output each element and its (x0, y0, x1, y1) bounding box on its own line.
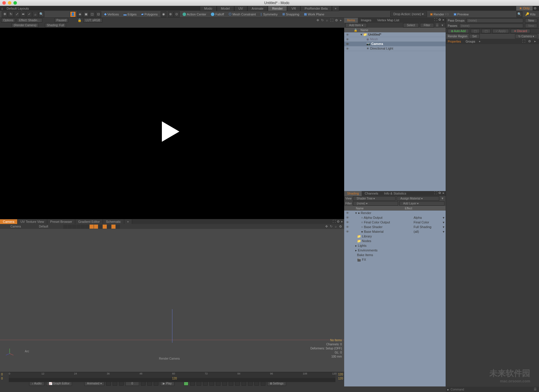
select-tool-icon[interactable]: ✓ (26, 11, 32, 17)
pivot-icon[interactable]: ⊕ (168, 11, 174, 17)
play-icon[interactable] (162, 121, 179, 142)
home-icon[interactable]: ⌂ (1, 7, 3, 10)
gear-icon[interactable]: ✿ (527, 39, 531, 43)
filter-icon[interactable]: ▼ (440, 197, 444, 201)
gear-icon[interactable]: ✿ (338, 225, 342, 229)
edges-button[interactable]: ▬Edges (122, 13, 138, 16)
vertices-button[interactable]: ◆Vertices (102, 12, 120, 16)
tab-shading[interactable]: Shading (344, 191, 362, 196)
tab-animate[interactable]: Animate (247, 6, 268, 11)
region-camera-dropdown[interactable]: ↻ Camera ▾ (515, 34, 537, 38)
gear-icon[interactable]: ✿ (334, 18, 338, 22)
wireframe-icon[interactable] (63, 225, 67, 229)
options-icon[interactable]: ▾ (440, 23, 444, 27)
tab-uv-texture[interactable]: UV Texture View (18, 219, 47, 224)
list-icon[interactable]: ☰ (435, 23, 439, 27)
tab-vertex-map[interactable]: Vertex Map List (374, 18, 402, 23)
arrow-icon[interactable]: ▸ (442, 191, 446, 195)
advanced-icon[interactable] (85, 225, 89, 229)
vert-mode-icon[interactable]: ⊡ (95, 11, 101, 17)
mode6-icon[interactable] (111, 225, 116, 229)
tab-prorender[interactable]: ProRender Beta (300, 6, 332, 11)
expand-icon[interactable]: ⛶ (433, 18, 438, 22)
item-list[interactable]: 👁 + 🔒 Name 👁 ▾ 📁 Untitled* 👁 ◉ Mesh 👁 📷 … (344, 28, 446, 191)
item-row-mesh[interactable]: 👁 ◉ Mesh (344, 37, 446, 42)
tab-camera[interactable]: Camera (0, 219, 18, 224)
tab-images[interactable]: Images (358, 18, 374, 23)
mode1-icon[interactable] (90, 225, 94, 229)
edge-mode-icon[interactable]: ◫ (89, 11, 95, 17)
item-mode-icon[interactable]: 👤 (70, 11, 76, 17)
pass-groups-dropdown[interactable]: (none) (466, 18, 523, 23)
mode4-icon[interactable] (103, 225, 107, 229)
lut-dropdown[interactable]: LUT: sRGB (83, 18, 102, 22)
kits-button[interactable]: 🔑Kits (524, 12, 537, 16)
pan-icon[interactable]: ✥ (316, 18, 320, 22)
move-tool-icon[interactable]: ✥ (2, 11, 8, 17)
lasso-tool-icon[interactable]: ⌕ (32, 11, 38, 17)
shader-tree-list[interactable]: Name Effect 👁▾ ● Render 👁○ Alpha OutputA… (344, 206, 446, 386)
tab-channels[interactable]: Channels (362, 191, 381, 196)
default-label[interactable]: Default (30, 225, 57, 228)
shading-dropdown[interactable]: Shading: Full (45, 23, 66, 27)
cmd-history-icon[interactable]: ☰ (533, 387, 537, 391)
mode5-icon[interactable] (107, 225, 111, 229)
mode7-icon[interactable] (116, 225, 120, 229)
pan-icon[interactable]: ✥ (324, 225, 328, 229)
timeline[interactable]: 0 12 24 36 48 60 72 84 96 108 120 0 120 … (0, 372, 344, 380)
orbit-icon[interactable]: ↻ (329, 225, 333, 229)
settings-icon[interactable]: ✿ (534, 6, 538, 10)
arrow-icon[interactable]: ▸ (533, 39, 537, 43)
tab-modo[interactable]: Modo (200, 6, 217, 11)
light-icon[interactable] (76, 225, 80, 229)
shaded-icon[interactable] (68, 225, 72, 229)
fit-icon[interactable]: ⛶ (330, 18, 334, 22)
add-prop-tab[interactable]: + (479, 40, 480, 43)
gear-icon[interactable]: ✿ (438, 18, 442, 22)
symmetry-button[interactable]: ⦚Symmetry (259, 13, 279, 16)
falloff-dropdown[interactable]: Falloff (209, 13, 226, 16)
arrow-icon[interactable]: ▸ (339, 18, 343, 22)
work-plane-button[interactable]: ▦Work Plane (302, 12, 326, 16)
passes-dropdown[interactable]: (none) (459, 24, 523, 28)
close-window-icon[interactable] (2, 1, 6, 5)
lock-icon[interactable]: 🔒 (78, 18, 82, 22)
zoom-icon[interactable]: ⌕ (334, 225, 338, 229)
poly-mode-icon[interactable]: ▣ (83, 11, 89, 17)
preview-button[interactable]: ▣Preview (452, 12, 470, 16)
tab-render[interactable]: Render (268, 6, 287, 11)
camera-viewport[interactable]: Camera Default (0, 224, 344, 372)
material-mode-icon[interactable]: ◉ (161, 11, 167, 17)
mesh-mode-icon[interactable]: ◈ (77, 11, 83, 17)
command-bar[interactable]: ▸ Command ☰ (446, 387, 539, 392)
orbit-icon[interactable]: ↻ (320, 18, 324, 22)
select-button[interactable]: Select (403, 23, 419, 27)
render-button[interactable]: ▣Render F9 (428, 12, 451, 16)
gear-icon[interactable]: ✿ (336, 220, 340, 224)
render-preview-viewport[interactable]: Options Effect: Shadin… Paused 🔒 LUT: sR… (0, 18, 344, 219)
minimize-window-icon[interactable] (8, 1, 11, 5)
tab-vr[interactable]: VR (287, 6, 300, 11)
expand-icon[interactable]: ⛶ (433, 191, 438, 195)
expand-icon[interactable]: ⛶ (522, 39, 526, 43)
snapping-button[interactable]: ⊞Snapping (281, 12, 301, 16)
tab-info-stats[interactable]: Info & Statistics (381, 191, 409, 196)
tab-schematic[interactable]: Schematic (103, 219, 124, 224)
only-button[interactable]: ★ Only (516, 6, 533, 10)
reflect-icon[interactable] (81, 225, 85, 229)
tab-add-view[interactable]: + (124, 219, 132, 224)
arrow-icon[interactable]: ▸ (442, 18, 446, 22)
mode2-icon[interactable] (94, 225, 98, 229)
search-icon[interactable]: 🔍 (517, 11, 522, 17)
pause-button[interactable]: Paused (55, 18, 69, 22)
item-row-untitled[interactable]: 👁 ▾ 📁 Untitled* (344, 32, 446, 37)
filter-dropdown[interactable]: (none) ▾ (353, 201, 398, 206)
zoom-icon[interactable]: ⌕ (325, 18, 329, 22)
rotate-tool-icon[interactable]: ↻ (8, 11, 14, 17)
assign-material-button[interactable]: Assign Material ▾ (397, 196, 439, 201)
apply-button[interactable]: ✓ Apply (492, 29, 509, 33)
set-region-button[interactable]: Set (469, 34, 480, 38)
options-button[interactable]: Options (1, 18, 15, 22)
camera-label[interactable]: Camera (2, 225, 30, 228)
tab-properties[interactable]: Properties (448, 40, 461, 43)
